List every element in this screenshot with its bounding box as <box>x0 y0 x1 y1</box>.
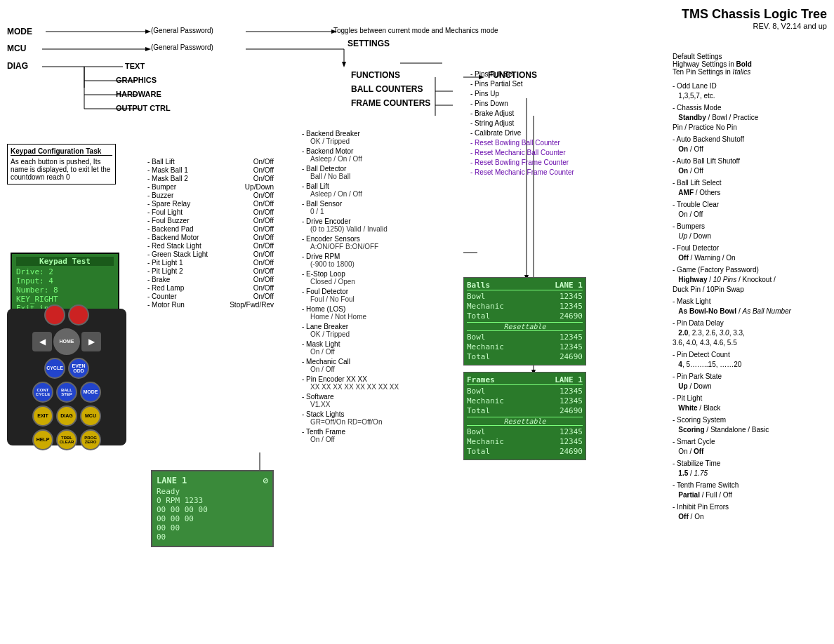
kbtn-prog-zero[interactable]: PROG ZERO <box>80 429 101 450</box>
kbtn-red-topleft[interactable] <box>44 304 65 326</box>
kbtn-cont-cycle[interactable]: CONT CYCLE <box>32 382 53 403</box>
setting-item-0: - Odd Lane ID 1,3,5,7, etc. <box>673 81 827 101</box>
frames-table: Frames LANE 1 Bowl 12345 Mechanic 12345 … <box>463 372 586 460</box>
diag-item-7: - Drive RPM(-900 to 1800) <box>302 253 456 268</box>
kbtn-help[interactable]: HELP <box>32 429 53 450</box>
setting-item-5: - Trouble Clear On / Off <box>673 200 827 220</box>
functions-column: - Pins Full Set- Pins Partial Set- Pins … <box>470 70 597 178</box>
balls-bowl-label2: Bowl <box>467 333 486 342</box>
toggles-label: Toggles between current mode and Mechani… <box>333 27 530 34</box>
graphics-label: GRAPHICS <box>116 76 157 84</box>
balls-total-label: Total <box>467 311 490 321</box>
balls-total-val: 24690 <box>560 311 583 321</box>
frames-resettable: Resettable <box>467 417 583 426</box>
frames-header-right: LANE 1 <box>555 375 583 384</box>
diag-item-11: - Lane BreakerOK / Tripped <box>302 323 456 338</box>
kbtn-right[interactable]: ▶ <box>81 332 101 351</box>
frames-bowl-val: 12345 <box>560 387 583 396</box>
kbtn-left[interactable]: ◀ <box>32 332 52 351</box>
kbtn-diag[interactable]: DIAG <box>56 405 77 427</box>
setting-item-15: - Smart Cycle On / Off <box>673 437 827 457</box>
balls-bowl-val: 12345 <box>560 292 583 301</box>
func-item-10: - Reset Mechanic Frame Counter <box>470 168 597 176</box>
diag-item-12: - Mask LightOn / Off <box>302 340 456 356</box>
diag-item-8: - E-Stop LoopClosed / Open <box>302 270 456 286</box>
diag-column: - Backend BreakerOK / Tripped- Backend M… <box>302 130 456 445</box>
frames-mechanic-val: 12345 <box>560 396 583 405</box>
keypad-test-line3: Number: 8 <box>16 286 114 295</box>
diag-item-4: - Ball Sensor0 / 1 <box>302 200 456 215</box>
setting-item-3: - Auto Ball Lift Shutoff On / Off <box>673 156 827 176</box>
hw-item-0: - Ball LiftOn/Off <box>147 158 274 166</box>
hw-item-13: - Pit Light 2On/Off <box>147 267 274 275</box>
func-item-1: - Pins Partial Set <box>470 80 597 88</box>
balls-bowl-val2: 12345 <box>560 333 583 342</box>
lane-line4: 00 <box>157 532 268 542</box>
output-ctrl-label: OUTPUT CTRL <box>116 104 171 112</box>
settings-label: SETTINGS <box>348 39 390 48</box>
keypad-visual: ◀ HOME ▶ CYCLE EVEN ODD CONT CYCLE BALL … <box>7 309 126 445</box>
lane-line1: 00 00 00 00 <box>157 505 268 514</box>
setting-item-9: - Mask Light As Bowl-No Bowl / As Ball N… <box>673 297 827 316</box>
kbtn-cycle[interactable]: CYCLE <box>44 358 65 379</box>
hw-item-11: - Green Stack LightOn/Off <box>147 250 274 258</box>
lane-line3: 00 00 <box>157 523 268 532</box>
kbtn-home[interactable]: HOME <box>53 328 80 355</box>
frame-counters-label: FRAME COUNTERS <box>351 98 430 108</box>
setting-item-12: - Pin Park State Up / Down <box>673 372 827 391</box>
hw-item-15: - Red LampOn/Off <box>147 284 274 292</box>
kbtn-ball-step[interactable]: BALL STEP <box>56 382 77 403</box>
frames-header-left: Frames <box>467 375 495 384</box>
frames-total-label: Total <box>467 406 490 415</box>
kbtn-mcu[interactable]: MCU <box>80 405 101 427</box>
gen-password-mode: (General Password) <box>151 27 291 34</box>
mode-label: MODE <box>7 27 32 36</box>
diag-item-1: - Backend MotorAsleep / On / Off <box>302 147 456 163</box>
func-item-0: - Pins Full Set <box>470 70 597 78</box>
settings-intro: Default SettingsHighway Settings in Bold… <box>673 53 827 76</box>
functions-label: FUNCTIONS <box>351 70 400 80</box>
diag-item-6: - Encoder SensorsA:ON/OFF B:ON/OFF <box>302 235 456 250</box>
hw-item-6: - Foul LightOn/Off <box>147 208 274 216</box>
lane-icon: ⊘ <box>263 476 268 485</box>
lane-line2: 00 00 00 <box>157 514 268 523</box>
title-area: TMS Chassis Logic Tree REV. 8, V2.14 and… <box>682 7 827 30</box>
frames-bowl-val2: 12345 <box>560 427 583 436</box>
balls-header-left: Balls <box>467 281 490 290</box>
svg-marker-1 <box>145 29 151 34</box>
func-item-2: - Pins Up <box>470 90 597 98</box>
diag-item-5: - Drive Encoder(0 to 1250) Valid / Inval… <box>302 217 456 233</box>
ball-counters-label: BALL COUNTERS <box>351 84 423 94</box>
kbtn-mode[interactable]: MODE <box>80 382 101 403</box>
frames-bowl-label: Bowl <box>467 387 486 396</box>
hw-item-1: - Mask Ball 1On/Off <box>147 166 274 174</box>
kbtn-exit[interactable]: EXIT <box>32 405 53 427</box>
frames-total-val2: 24690 <box>560 447 583 456</box>
balls-mechanic-label2: Mechanic <box>467 342 504 351</box>
subtitle: REV. 8, V2.14 and up <box>682 22 827 30</box>
keypad-test-title: Keypad Test <box>16 257 114 266</box>
setting-item-2: - Auto Backend Shutoff On / Off <box>673 135 827 154</box>
hw-item-17: - Motor RunStop/Fwd/Rev <box>147 301 274 309</box>
diag-item-10: - Home (LOS)Home / Not Home <box>302 305 456 321</box>
main-title: TMS Chassis Logic Tree <box>682 7 827 22</box>
diag-item-9: - Foul DetectorFoul / No Foul <box>302 288 456 303</box>
text-label: TEXT <box>125 62 145 70</box>
kbtn-red-topright[interactable] <box>68 304 89 326</box>
setting-item-13: - Pit Light White / Black <box>673 394 827 413</box>
func-item-5: - String Adjust <box>470 119 597 127</box>
frames-total-label2: Total <box>467 447 490 456</box>
keypad-config-title: Keypad Configuration Task <box>11 147 112 156</box>
hardware-column: - Ball LiftOn/Off- Mask Ball 1On/Off- Ma… <box>147 158 274 309</box>
diag-item-2: - Ball DetectorBall / No Ball <box>302 165 456 180</box>
hw-item-9: - Backend MotorOn/Off <box>147 234 274 241</box>
gen-password-mcu: (General Password) <box>151 43 213 51</box>
balls-mechanic-label: Mechanic <box>467 302 504 311</box>
keypad-test-line2: Input: 4 <box>16 276 114 286</box>
diag-item-17: - Tenth FrameOn / Off <box>302 428 456 443</box>
setting-item-18: - Inhibit Pin Errors Off / On <box>673 502 827 522</box>
kbtn-trbl-clear[interactable]: TRBL CLEAR <box>56 429 77 450</box>
func-item-9: - Reset Bowling Frame Counter <box>470 159 597 166</box>
setting-item-7: - Foul Detector Off / Warning / On <box>673 243 827 263</box>
kbtn-even-odd[interactable]: EVEN ODD <box>68 358 89 379</box>
